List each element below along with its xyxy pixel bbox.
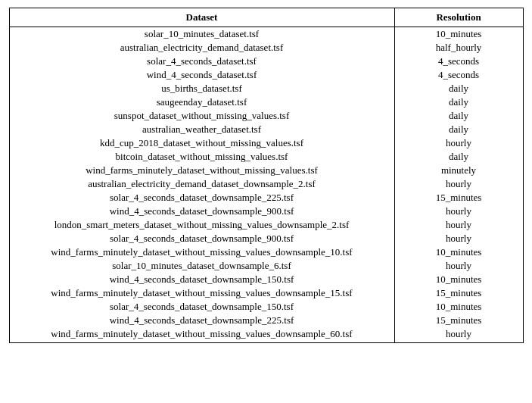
resolution-cell: hourly bbox=[394, 136, 523, 150]
table-row: solar_10_minutes_dataset.tsf10_minutes bbox=[10, 27, 523, 42]
resolution-cell: daily bbox=[394, 123, 523, 136]
dataset-cell: solar_4_seconds_dataset_downsample_225.t… bbox=[10, 191, 395, 205]
dataset-cell: wind_4_seconds_dataset_downsample_900.ts… bbox=[10, 205, 395, 218]
dataset-cell: solar_4_seconds_dataset_downsample_150.t… bbox=[10, 300, 395, 314]
resolution-cell: half_hourly bbox=[394, 41, 523, 55]
dataset-cell: wind_farms_minutely_dataset_without_miss… bbox=[10, 286, 395, 300]
resolution-cell: daily bbox=[394, 82, 523, 95]
table-row: australian_electricity_demand_dataset_do… bbox=[10, 177, 523, 191]
resolution-cell: hourly bbox=[394, 177, 523, 191]
resolution-cell: 10_minutes bbox=[394, 27, 523, 42]
table-body: solar_10_minutes_dataset.tsf10_minutesau… bbox=[10, 27, 523, 343]
resolution-cell: hourly bbox=[394, 327, 523, 342]
resolution-cell: daily bbox=[394, 109, 523, 123]
resolution-column-header: Resolution bbox=[394, 8, 523, 27]
table-row: solar_4_seconds_dataset_downsample_150.t… bbox=[10, 300, 523, 314]
dataset-cell: sunspot_dataset_without_missing_values.t… bbox=[10, 109, 395, 123]
table-row: london_smart_meters_dataset_without_miss… bbox=[10, 218, 523, 232]
dataset-cell: london_smart_meters_dataset_without_miss… bbox=[10, 218, 395, 232]
dataset-cell: solar_4_seconds_dataset_downsample_900.t… bbox=[10, 232, 395, 245]
table-row: bitcoin_dataset_without_missing_values.t… bbox=[10, 150, 523, 164]
table-row: solar_4_seconds_dataset.tsf4_seconds bbox=[10, 55, 523, 68]
resolution-cell: 10_minutes bbox=[394, 245, 523, 259]
table-row: solar_4_seconds_dataset_downsample_225.t… bbox=[10, 191, 523, 205]
resolution-cell: hourly bbox=[394, 205, 523, 218]
dataset-cell: kdd_cup_2018_dataset_without_missing_val… bbox=[10, 136, 395, 150]
table-row: wind_farms_minutely_dataset_without_miss… bbox=[10, 327, 523, 342]
dataset-cell: us_births_dataset.tsf bbox=[10, 82, 395, 95]
dataset-cell: australian_electricity_demand_dataset_do… bbox=[10, 177, 395, 191]
table-row: wind_farms_minutely_dataset_without_miss… bbox=[10, 245, 523, 259]
resolution-cell: 4_seconds bbox=[394, 68, 523, 82]
dataset-cell: wind_farms_minutely_dataset_without_miss… bbox=[10, 327, 395, 342]
table-row: solar_4_seconds_dataset_downsample_900.t… bbox=[10, 232, 523, 245]
resolution-cell: 4_seconds bbox=[394, 55, 523, 68]
table-row: wind_4_seconds_dataset_downsample_150.ts… bbox=[10, 273, 523, 286]
dataset-cell: solar_4_seconds_dataset.tsf bbox=[10, 55, 395, 68]
table-row: kdd_cup_2018_dataset_without_missing_val… bbox=[10, 136, 523, 150]
dataset-cell: australian_electricity_demand_dataset.ts… bbox=[10, 41, 395, 55]
table-header-row: Dataset Resolution bbox=[10, 8, 523, 27]
resolution-cell: daily bbox=[394, 95, 523, 109]
resolution-cell: hourly bbox=[394, 232, 523, 245]
dataset-cell: bitcoin_dataset_without_missing_values.t… bbox=[10, 150, 395, 164]
dataset-column-header: Dataset bbox=[10, 8, 395, 27]
resolution-cell: hourly bbox=[394, 218, 523, 232]
resolution-cell: 15_minutes bbox=[394, 286, 523, 300]
resolution-cell: minutely bbox=[394, 164, 523, 177]
dataset-cell: saugeenday_dataset.tsf bbox=[10, 95, 395, 109]
table-row: australian_electricity_demand_dataset.ts… bbox=[10, 41, 523, 55]
resolution-cell: 10_minutes bbox=[394, 273, 523, 286]
resolution-cell: daily bbox=[394, 150, 523, 164]
table-row: solar_10_minutes_dataset_downsample_6.ts… bbox=[10, 259, 523, 273]
dataset-cell: wind_4_seconds_dataset_downsample_150.ts… bbox=[10, 273, 395, 286]
table-row: wind_farms_minutely_dataset_without_miss… bbox=[10, 164, 523, 177]
resolution-cell: 10_minutes bbox=[394, 300, 523, 314]
dataset-cell: solar_10_minutes_dataset.tsf bbox=[10, 27, 395, 42]
main-table-container: Dataset Resolution solar_10_minutes_data… bbox=[9, 8, 524, 343]
dataset-cell: wind_farms_minutely_dataset_without_miss… bbox=[10, 245, 395, 259]
table-row: saugeenday_dataset.tsfdaily bbox=[10, 95, 523, 109]
table-row: wind_4_seconds_dataset.tsf4_seconds bbox=[10, 68, 523, 82]
dataset-cell: wind_4_seconds_dataset_downsample_225.ts… bbox=[10, 314, 395, 327]
table-row: sunspot_dataset_without_missing_values.t… bbox=[10, 109, 523, 123]
dataset-cell: australian_weather_dataset.tsf bbox=[10, 123, 395, 136]
dataset-cell: wind_farms_minutely_dataset_without_miss… bbox=[10, 164, 395, 177]
dataset-table: Dataset Resolution solar_10_minutes_data… bbox=[10, 8, 523, 342]
resolution-cell: hourly bbox=[394, 259, 523, 273]
resolution-cell: 15_minutes bbox=[394, 314, 523, 327]
table-row: us_births_dataset.tsfdaily bbox=[10, 82, 523, 95]
table-row: wind_4_seconds_dataset_downsample_225.ts… bbox=[10, 314, 523, 327]
resolution-cell: 15_minutes bbox=[394, 191, 523, 205]
table-row: wind_4_seconds_dataset_downsample_900.ts… bbox=[10, 205, 523, 218]
dataset-cell: wind_4_seconds_dataset.tsf bbox=[10, 68, 395, 82]
table-row: wind_farms_minutely_dataset_without_miss… bbox=[10, 286, 523, 300]
dataset-cell: solar_10_minutes_dataset_downsample_6.ts… bbox=[10, 259, 395, 273]
table-row: australian_weather_dataset.tsfdaily bbox=[10, 123, 523, 136]
